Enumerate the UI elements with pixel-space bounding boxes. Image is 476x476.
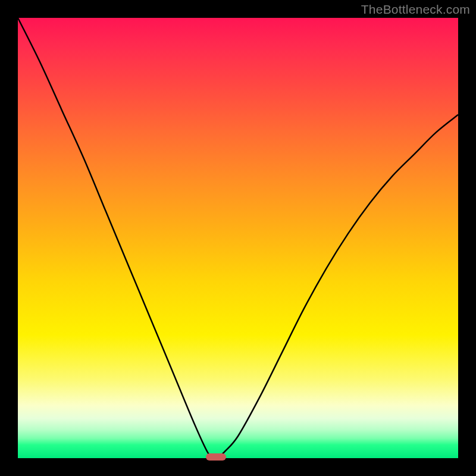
- bottleneck-curve: [18, 18, 458, 458]
- min-marker: [206, 453, 226, 461]
- chart-frame: TheBottleneck.com: [0, 0, 476, 476]
- curve-path: [18, 18, 458, 458]
- plot-area: [18, 18, 458, 458]
- watermark-text: TheBottleneck.com: [361, 2, 470, 17]
